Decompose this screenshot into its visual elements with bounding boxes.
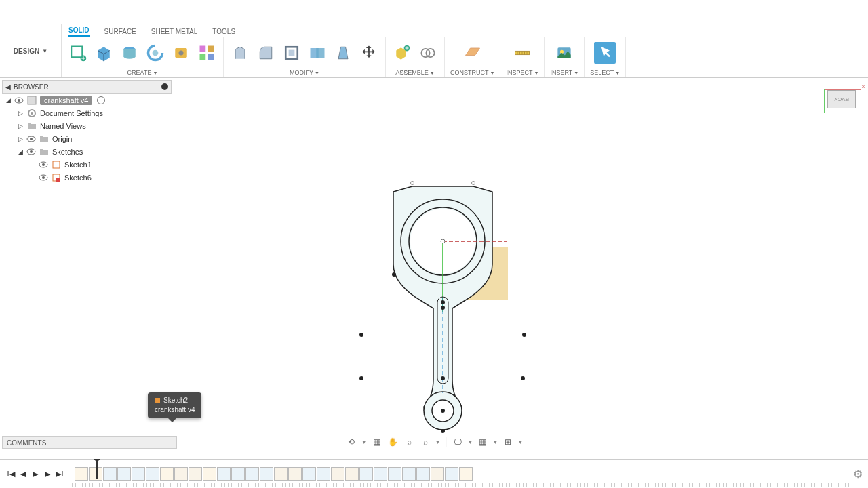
timeline-feature[interactable] — [274, 467, 288, 481]
timeline-end-button[interactable]: ▶I — [54, 468, 65, 479]
group-modify: MODIFY▼ — [224, 37, 386, 77]
group-create: CREATE▼ — [62, 37, 224, 77]
timeline-feature[interactable] — [388, 467, 401, 481]
box-button[interactable] — [93, 42, 115, 64]
timeline-feature[interactable] — [317, 467, 330, 481]
orbit-button[interactable]: ⟲ — [345, 436, 357, 448]
timeline-feature[interactable] — [132, 467, 145, 481]
timeline-feature[interactable] — [359, 467, 373, 481]
tab-surface[interactable]: SURFACE — [104, 28, 136, 37]
move-button[interactable] — [358, 42, 380, 64]
timeline-feature[interactable] — [459, 467, 473, 481]
modify-label: MODIFY — [290, 69, 313, 76]
svg-point-47 — [441, 300, 445, 304]
comments-panel[interactable]: COMMENTS — [2, 436, 177, 449]
insert-label: INSERT — [550, 69, 572, 76]
timeline-feature[interactable] — [445, 467, 458, 481]
timeline-feature[interactable] — [431, 467, 444, 481]
joint-button[interactable] — [417, 42, 439, 64]
svg-rect-7 — [208, 46, 214, 52]
timeline-feature[interactable] — [189, 467, 202, 481]
timeline-feature[interactable] — [416, 467, 430, 481]
workspace-tabs: SOLID SURFACE SHEET METAL TOOLS — [62, 24, 868, 37]
svg-point-52 — [359, 333, 363, 337]
grid-settings-button[interactable]: ▦ — [477, 436, 489, 448]
timeline-feature[interactable] — [331, 467, 344, 481]
svg-point-54 — [359, 376, 363, 380]
tab-sheet-metal[interactable]: SHEET METAL — [151, 28, 198, 37]
timeline-feature[interactable] — [75, 467, 88, 481]
revolve-button[interactable] — [144, 42, 166, 64]
timeline-next-button[interactable]: ▶ — [42, 468, 53, 479]
timeline-feature[interactable] — [374, 467, 387, 481]
timeline-settings-button[interactable]: ⚙ — [853, 468, 863, 481]
new-component-button[interactable] — [391, 42, 413, 64]
plane-button[interactable] — [462, 42, 484, 64]
draft-button[interactable] — [332, 42, 354, 64]
press-pull-button[interactable] — [229, 42, 251, 64]
zoom-button[interactable]: ⌕ — [403, 436, 415, 448]
svg-point-49 — [441, 376, 445, 380]
caret-down-icon: ▼ — [42, 48, 47, 54]
svg-point-58 — [472, 182, 475, 185]
insert-button[interactable] — [553, 42, 575, 64]
timeline-feature[interactable] — [345, 467, 359, 481]
model-canvas[interactable] — [0, 78, 868, 437]
svg-point-46 — [441, 239, 445, 243]
fillet-button[interactable] — [255, 42, 277, 64]
navigation-toolbar: ⟲▼ ▦ ✋ ⌕ ⌕▼ 🖵▼ ▦▼ ⊞▼ — [345, 435, 523, 449]
combine-button[interactable] — [307, 42, 328, 64]
timeline-feature[interactable] — [160, 467, 174, 481]
svg-point-57 — [411, 182, 414, 185]
svg-rect-13 — [316, 48, 324, 58]
group-insert: INSERT▼ — [545, 37, 585, 77]
timeline-feature[interactable] — [302, 467, 316, 481]
svg-point-56 — [392, 272, 396, 277]
svg-point-55 — [521, 376, 525, 380]
viewcube-face[interactable]: BACK — [827, 90, 856, 108]
comments-label: COMMENTS — [7, 439, 46, 447]
create-label: CREATE — [127, 69, 152, 76]
timeline-feature[interactable] — [288, 467, 302, 481]
timeline-prev-button[interactable]: ◀ — [18, 468, 28, 479]
timeline-feature[interactable] — [174, 467, 188, 481]
group-construct: CONSTRUCT▼ — [445, 37, 500, 77]
timeline-feature[interactable] — [146, 467, 159, 481]
look-at-button[interactable]: ▦ — [370, 436, 382, 448]
timeline-marker[interactable] — [96, 462, 98, 479]
svg-point-50 — [441, 409, 445, 413]
timeline-feature[interactable] — [245, 467, 259, 481]
display-settings-button[interactable]: 🖵 — [452, 436, 464, 448]
timeline-track[interactable] — [72, 464, 852, 484]
timeline-feature[interactable] — [217, 467, 231, 481]
pan-button[interactable]: ✋ — [387, 436, 399, 448]
design-label: DESIGN — [14, 47, 39, 55]
tab-solid[interactable]: SOLID — [68, 26, 90, 37]
timeline-feature[interactable] — [402, 467, 416, 481]
timeline-feature[interactable] — [117, 467, 131, 481]
timeline-feature[interactable] — [89, 467, 102, 481]
timeline-feature[interactable] — [203, 467, 216, 481]
y-axis-icon — [824, 89, 825, 113]
extrude-button[interactable] — [119, 42, 140, 64]
shell-button[interactable] — [281, 42, 302, 64]
pattern-button[interactable] — [196, 42, 218, 64]
measure-button[interactable] — [511, 42, 533, 64]
timeline-feature[interactable] — [231, 467, 245, 481]
fit-button[interactable]: ⌕ — [419, 436, 431, 448]
sketch-button[interactable] — [67, 42, 89, 64]
view-cube[interactable]: x BACK — [824, 85, 858, 110]
svg-point-3 — [153, 50, 159, 56]
tab-tools[interactable]: TOOLS — [212, 28, 235, 37]
group-select: SELECT▼ — [585, 37, 626, 77]
timeline-start-button[interactable]: I◀ — [5, 468, 16, 479]
design-workspace-button[interactable]: DESIGN▼ — [0, 24, 62, 77]
svg-rect-11 — [289, 50, 295, 56]
timeline-feature[interactable] — [103, 467, 117, 481]
timeline-play-button[interactable]: ▶ — [30, 468, 41, 479]
timeline-feature[interactable] — [260, 467, 273, 481]
hole-button[interactable] — [170, 42, 192, 64]
svg-point-48 — [441, 306, 445, 310]
viewport-button[interactable]: ⊞ — [502, 436, 514, 448]
select-button[interactable] — [594, 42, 616, 64]
